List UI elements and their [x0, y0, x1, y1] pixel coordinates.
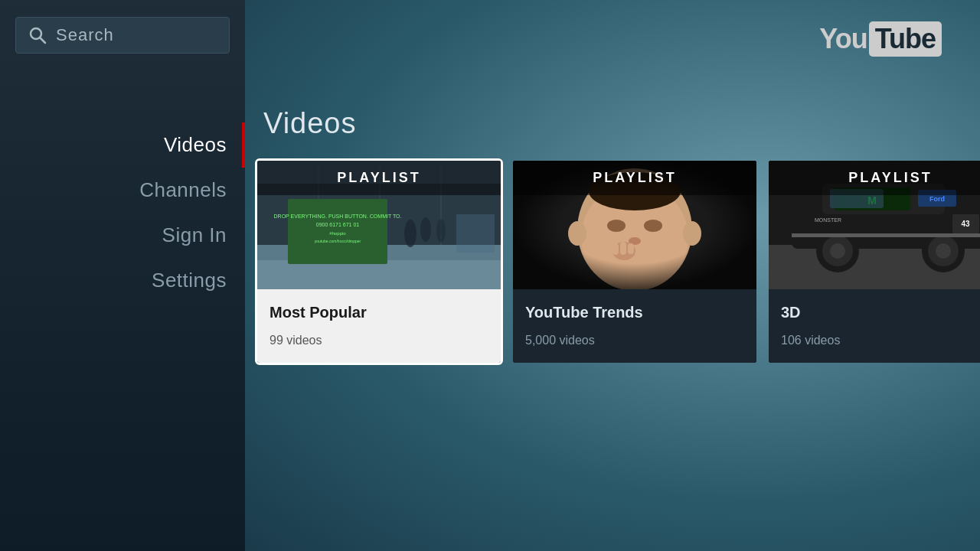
svg-text:DROP EVERYTHING. PUSH BUTTON. : DROP EVERYTHING. PUSH BUTTON. COMMIT TO.	[274, 214, 402, 219]
main-content: You Tube Videos	[245, 0, 980, 551]
svg-text:0900 6171 671 01: 0900 6171 671 01	[316, 222, 360, 227]
search-label: Search	[56, 25, 114, 45]
playlist-label-1: PLAYLIST	[257, 161, 501, 195]
card-count-most-popular: 99 videos	[270, 334, 488, 347]
svg-point-47	[936, 243, 951, 259]
svg-text:MONSTER: MONSTER	[815, 217, 841, 223]
card-count-youtube-trends: 5,000 videos	[525, 334, 744, 347]
svg-point-44	[830, 243, 845, 259]
svg-point-15	[420, 217, 431, 242]
card-info-most-popular: Most Popular 99 videos	[257, 289, 501, 363]
svg-line-1	[41, 38, 46, 44]
sidebar: Search Videos Channels Sign In Settings	[0, 0, 245, 551]
youtube-logo: You Tube	[819, 21, 942, 57]
search-icon	[28, 26, 47, 44]
card-thumbnail-3d: M Ford	[769, 161, 980, 289]
sidebar-nav: Videos Channels Sign In Settings	[0, 122, 245, 303]
card-thumbnail-most-popular: DROP EVERYTHING. PUSH BUTTON. COMMIT TO.…	[257, 161, 501, 289]
svg-rect-17	[456, 214, 495, 253]
card-youtube-trends[interactable]: PLAYLIST YouTube Trends 5,000 videos	[513, 161, 756, 363]
youtube-tube-box: Tube	[869, 21, 942, 57]
playlist-label-2: PLAYLIST	[513, 161, 756, 195]
card-info-youtube-trends: YouTube Trends 5,000 videos	[513, 289, 756, 363]
sidebar-item-sign-in[interactable]: Sign In	[0, 213, 245, 258]
svg-point-14	[404, 220, 416, 247]
cards-container: DROP EVERYTHING. PUSH BUTTON. COMMIT TO.…	[257, 161, 980, 363]
card-info-3d: 3D 106 videos	[769, 289, 980, 363]
card-count-3d: 106 videos	[781, 334, 980, 347]
card-title-youtube-trends: YouTube Trends	[525, 303, 744, 321]
svg-point-16	[436, 220, 446, 243]
youtube-you: You	[819, 23, 867, 55]
sidebar-item-videos[interactable]: Videos	[0, 122, 245, 168]
card-title-3d: 3D	[781, 303, 980, 321]
app-container: Search Videos Channels Sign In Settings …	[0, 0, 980, 551]
sidebar-item-settings[interactable]: Settings	[0, 258, 245, 303]
svg-text:#hoppio: #hoppio	[329, 231, 346, 236]
svg-text:Ford: Ford	[929, 195, 945, 203]
card-most-popular[interactable]: DROP EVERYTHING. PUSH BUTTON. COMMIT TO.…	[257, 161, 501, 363]
card-title-most-popular: Most Popular	[270, 303, 488, 321]
sidebar-item-channels[interactable]: Channels	[0, 168, 245, 213]
playlist-label-3: PLAYLIST	[769, 161, 980, 195]
card-thumbnail-youtube-trends: PLAYLIST	[513, 161, 756, 289]
page-title: Videos	[263, 107, 357, 140]
svg-rect-8	[257, 260, 501, 289]
svg-text:43: 43	[961, 220, 970, 228]
card-3d[interactable]: M Ford	[769, 161, 980, 363]
svg-rect-50	[792, 233, 980, 237]
search-bar[interactable]: Search	[15, 17, 230, 54]
youtube-tube: Tube	[875, 23, 936, 54]
svg-text:youtube.com/hocci/dropper: youtube.com/hocci/dropper	[315, 239, 361, 243]
